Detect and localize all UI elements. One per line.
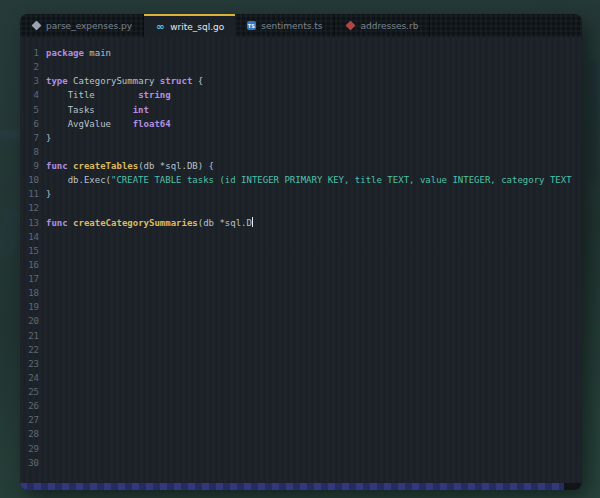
ruby-icon	[346, 21, 356, 31]
code-line[interactable]: 1package main	[20, 46, 582, 60]
tab-label: write_sql.go	[170, 22, 224, 32]
code-text: func createCategorySummaries(db *sql.D	[46, 216, 253, 230]
line-number: 15	[20, 244, 46, 258]
code-line[interactable]: 5 Tasks int	[20, 103, 582, 117]
code-editor-window: parse_expenses.py∞write_sql.goTSsentimen…	[20, 14, 582, 490]
code-line[interactable]: 28	[20, 427, 582, 441]
code-line[interactable]: 9func createTables(db *sql.DB) {	[20, 159, 582, 173]
tab-label: sentiments.ts	[261, 21, 322, 31]
code-line[interactable]: 8	[20, 145, 582, 159]
desktop-background: { "colors": { "accent": "#d9b13b", "keyw…	[0, 0, 600, 498]
code-line[interactable]: 17	[20, 272, 582, 286]
line-number: 21	[20, 329, 46, 343]
code-text: func createTables(db *sql.DB) {	[46, 159, 214, 173]
code-text: Tasks int	[46, 103, 149, 117]
line-number: 19	[20, 300, 46, 314]
code-line[interactable]: 22	[20, 343, 582, 357]
tab-addresses.rb[interactable]: addresses.rb	[335, 14, 431, 37]
bottom-bar-corner	[564, 483, 582, 490]
line-number: 5	[20, 103, 46, 117]
line-number: 27	[20, 413, 46, 427]
line-number: 23	[20, 357, 46, 371]
background-blur-shape	[588, 60, 598, 180]
tab-bar: parse_expenses.py∞write_sql.goTSsentimen…	[20, 14, 582, 37]
code-line[interactable]: 3type CategorySummary struct {	[20, 74, 582, 88]
line-number: 30	[20, 456, 46, 470]
line-number: 4	[20, 88, 46, 102]
line-number: 3	[20, 74, 46, 88]
code-text: type CategorySummary struct {	[46, 74, 203, 88]
line-number: 10	[20, 173, 46, 187]
code-text: }	[46, 131, 51, 145]
line-number: 6	[20, 117, 46, 131]
code-line[interactable]: 27	[20, 413, 582, 427]
line-number: 20	[20, 314, 46, 328]
typescript-icon: TS	[246, 21, 256, 31]
code-line[interactable]: 6 AvgValue float64	[20, 117, 582, 131]
line-number: 11	[20, 187, 46, 201]
line-number: 8	[20, 145, 46, 159]
code-line[interactable]: 10 db.Exec("CREATE TABLE tasks (id INTEG…	[20, 173, 582, 187]
line-number: 24	[20, 371, 46, 385]
code-line[interactable]: 24	[20, 371, 582, 385]
code-line[interactable]: 23	[20, 357, 582, 371]
line-number: 12	[20, 201, 46, 215]
code-line[interactable]: 2	[20, 60, 582, 74]
line-number: 14	[20, 230, 46, 244]
code-line[interactable]: 18	[20, 286, 582, 300]
line-number: 9	[20, 159, 46, 173]
line-number: 13	[20, 216, 46, 230]
code-line[interactable]: 14	[20, 230, 582, 244]
code-line[interactable]: 19	[20, 300, 582, 314]
line-number: 22	[20, 343, 46, 357]
code-line[interactable]: 21	[20, 329, 582, 343]
go-icon: ∞	[155, 22, 165, 32]
code-line[interactable]: 30	[20, 456, 582, 470]
code-line[interactable]: 26	[20, 399, 582, 413]
code-line[interactable]: 11}	[20, 187, 582, 201]
tab-label: parse_expenses.py	[46, 21, 132, 31]
line-number: 29	[20, 442, 46, 456]
line-number: 2	[20, 60, 46, 74]
code-line[interactable]: 20	[20, 314, 582, 328]
line-number: 16	[20, 258, 46, 272]
code-line[interactable]: 12	[20, 201, 582, 215]
code-line[interactable]: 13func createCategorySummaries(db *sql.D	[20, 216, 582, 230]
line-number: 1	[20, 46, 46, 60]
line-number: 25	[20, 385, 46, 399]
line-number: 17	[20, 272, 46, 286]
code-text: Title string	[46, 88, 171, 102]
line-number: 7	[20, 131, 46, 145]
code-text: AvgValue float64	[46, 117, 171, 131]
tab-parse_expenses.py[interactable]: parse_expenses.py	[20, 14, 144, 37]
code-line[interactable]: 4 Title string	[20, 88, 582, 102]
line-number: 26	[20, 399, 46, 413]
text-cursor	[252, 217, 254, 227]
code-line[interactable]: 25	[20, 385, 582, 399]
code-line[interactable]: 29	[20, 442, 582, 456]
line-number: 28	[20, 427, 46, 441]
code-line[interactable]: 7}	[20, 131, 582, 145]
background-blur-shape	[0, 209, 21, 257]
code-area[interactable]: 1package main23type CategorySummary stru…	[20, 37, 582, 483]
line-number: 18	[20, 286, 46, 300]
tab-label: addresses.rb	[361, 21, 419, 31]
code-text: }	[46, 187, 51, 201]
code-text: package main	[46, 46, 111, 60]
code-line[interactable]: 15	[20, 244, 582, 258]
tab-sentiments.ts[interactable]: TSsentiments.ts	[235, 14, 334, 37]
python-icon	[31, 21, 41, 31]
tab-write_sql.go[interactable]: ∞write_sql.go	[144, 14, 235, 37]
code-text: db.Exec("CREATE TABLE tasks (id INTEGER …	[46, 173, 572, 187]
bottom-accent-bar	[20, 483, 582, 490]
code-line[interactable]: 16	[20, 258, 582, 272]
